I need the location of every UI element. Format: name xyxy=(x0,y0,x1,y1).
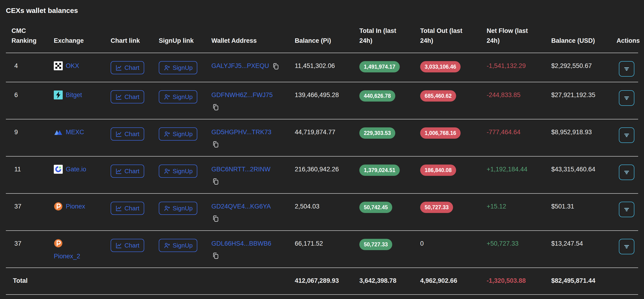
cex-wallet-balances-panel: CEXs wallet balances CMC Ranking Exchang… xyxy=(0,0,644,295)
line-chart-icon xyxy=(115,64,122,71)
table-row-bitget: 6 Bitget Chart SignUp xyxy=(6,82,638,119)
total-empty-cell xyxy=(105,268,153,294)
total-in-badge: 1,379,024.51 xyxy=(359,165,400,176)
total-in-badge: 50,727.33 xyxy=(359,239,392,250)
total-out-value: 0 xyxy=(420,240,424,247)
exchange-name: OKX xyxy=(66,61,79,71)
balance-pi-value: 66,171.52 xyxy=(289,231,354,268)
exchange-link-gateio[interactable]: Gate.io xyxy=(54,165,86,174)
wallet-address-link[interactable]: GDFNWH6Z...FWJ75 xyxy=(212,91,273,99)
exchange-name: MEXC xyxy=(66,127,84,137)
actions-button[interactable] xyxy=(619,61,634,77)
filter-icon xyxy=(623,169,630,176)
wallet-address-link[interactable]: GD5HGPHV...TRK73 xyxy=(212,129,272,136)
cmc-rank: 37 xyxy=(6,193,48,231)
cmc-rank: 9 xyxy=(6,119,48,156)
signup-button[interactable]: SignUp xyxy=(159,61,197,74)
table-row-mexc: 9 MEXC Chart SignUp xyxy=(6,119,638,156)
col-header-total-in: Total In (last 24h) xyxy=(354,26,414,53)
total-empty-cell xyxy=(153,268,206,294)
copy-address-button[interactable] xyxy=(272,63,280,70)
filter-icon xyxy=(623,243,630,250)
table-row-okx: 4 OKX Chart SignUp xyxy=(6,53,638,82)
signup-button[interactable]: SignUp xyxy=(159,165,197,178)
wallet-address-link[interactable]: GALYJFJ5...PXEQU xyxy=(212,62,269,69)
actions-button[interactable] xyxy=(619,90,634,106)
wallet-address-link[interactable]: GBC6NRTT...2RINW xyxy=(212,166,270,173)
signup-button[interactable]: SignUp xyxy=(159,127,197,141)
total-empty-cell xyxy=(206,268,289,294)
chart-button[interactable]: Chart xyxy=(110,90,144,103)
wallet-address-link[interactable]: GD24QVE4...KG6YA xyxy=(212,203,271,210)
exchange-name: Gate.io xyxy=(66,165,86,174)
chart-button[interactable]: Chart xyxy=(110,165,144,178)
chart-button[interactable]: Chart xyxy=(110,61,144,74)
balance-pi-value: 216,360,942.26 xyxy=(289,156,354,193)
balance-usd-value: $13,247.54 xyxy=(546,231,611,268)
copy-address-button[interactable] xyxy=(212,215,219,222)
gateio-logo-icon xyxy=(54,165,63,174)
table-row-pionex-2: 37 Pionex_2 Chart SignUp xyxy=(6,231,638,268)
cmc-rank: 6 xyxy=(6,82,48,119)
line-chart-icon xyxy=(115,130,122,138)
actions-button[interactable] xyxy=(619,127,634,143)
actions-button[interactable] xyxy=(619,165,634,180)
col-header-balance-usd: Balance (USD) xyxy=(546,26,611,53)
copy-address-button[interactable] xyxy=(212,141,219,148)
balance-usd-value: $43,315,460.64 xyxy=(546,156,611,193)
exchange-link-pionex[interactable]: Pionex xyxy=(54,202,85,211)
total-balance-usd: $82,495,871.44 xyxy=(546,268,611,294)
total-out-badge: 50,727.33 xyxy=(420,202,453,213)
total-in-badge: 229,303.53 xyxy=(359,127,395,139)
user-plus-icon xyxy=(164,242,170,249)
user-plus-icon xyxy=(164,168,170,175)
copy-address-button[interactable] xyxy=(212,178,219,185)
total-balance-pi: 412,067,289.93 xyxy=(289,268,354,294)
table-header-row: CMC Ranking Exchange Chart link SignUp l… xyxy=(6,26,638,53)
line-chart-icon xyxy=(115,93,122,100)
signup-button[interactable]: SignUp xyxy=(159,90,197,103)
balance-usd-value: $8,952,918.93 xyxy=(546,119,611,156)
balance-pi-value: 139,466,495.28 xyxy=(289,82,354,119)
balance-usd-value: $27,921,192.35 xyxy=(546,82,611,119)
copy-icon xyxy=(212,178,219,185)
net-flow-value: -777,464.64 xyxy=(481,119,546,156)
col-header-wallet-address: Wallet Address xyxy=(206,26,289,53)
net-flow-value: +1,192,184.44 xyxy=(481,156,546,193)
total-out-sum: 4,962,902.66 xyxy=(414,268,481,294)
filter-icon xyxy=(623,65,630,73)
actions-button[interactable] xyxy=(619,202,634,217)
signup-button[interactable]: SignUp xyxy=(159,202,197,215)
col-header-cmc-ranking: CMC Ranking xyxy=(6,26,48,53)
table-row-gateio: 11 Gate.io Chart SignUp xyxy=(6,156,638,193)
total-in-sum: 3,642,398.78 xyxy=(354,268,414,294)
chart-button[interactable]: Chart xyxy=(110,202,144,215)
exchange-name: Pionex_2 xyxy=(54,251,80,261)
copy-address-button[interactable] xyxy=(212,103,219,111)
line-chart-icon xyxy=(115,168,122,175)
exchange-name: Pionex xyxy=(66,202,85,211)
cmc-rank: 37 xyxy=(6,231,48,268)
total-in-badge: 1,491,974.17 xyxy=(359,61,400,72)
chart-button[interactable]: Chart xyxy=(110,127,144,141)
total-net-flow: -1,320,503.88 xyxy=(481,268,546,294)
copy-address-button[interactable] xyxy=(212,252,219,259)
exchange-link-bitget[interactable]: Bitget xyxy=(54,90,82,100)
chart-button[interactable]: Chart xyxy=(110,239,144,252)
balance-usd-value: $501.31 xyxy=(546,193,611,231)
copy-icon xyxy=(212,103,219,111)
total-in-badge: 440,626.78 xyxy=(359,90,395,102)
actions-button[interactable] xyxy=(619,239,634,254)
exchange-link-mexc[interactable]: MEXC xyxy=(54,127,84,137)
exchange-link-okx[interactable]: OKX xyxy=(54,61,79,71)
wallet-address-link[interactable]: GDL66HS4...BBWB6 xyxy=(212,240,271,247)
filter-icon xyxy=(623,131,630,139)
total-in-badge: 50,742.45 xyxy=(359,202,392,213)
exchange-link-pionex-2[interactable]: Pionex_2 xyxy=(54,239,80,261)
mexc-logo-icon xyxy=(54,128,63,137)
net-flow-value: +50,727.33 xyxy=(481,231,546,268)
balance-usd-value: $2,292,550.67 xyxy=(546,53,611,82)
signup-button[interactable]: SignUp xyxy=(159,239,197,252)
user-plus-icon xyxy=(164,130,170,138)
total-empty-cell xyxy=(611,268,638,294)
